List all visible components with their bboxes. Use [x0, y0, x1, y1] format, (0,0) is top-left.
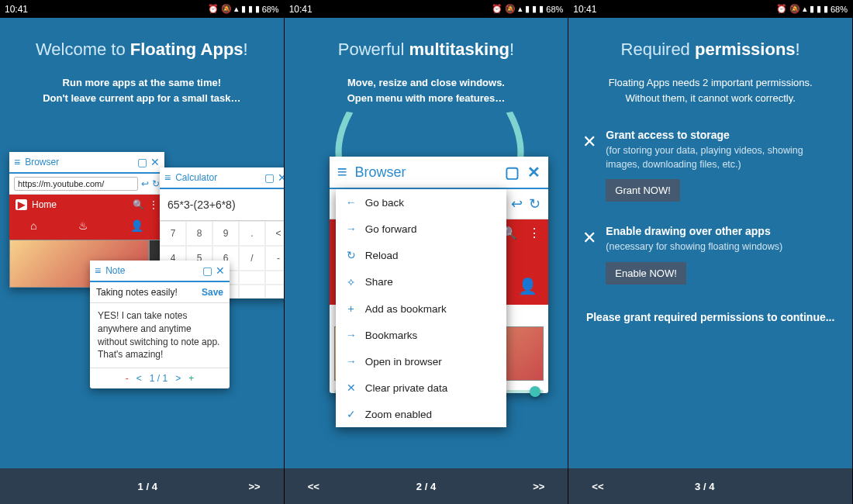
- next-note-button[interactable]: >: [175, 373, 181, 384]
- prev-note-button[interactable]: <: [136, 373, 142, 384]
- calc-key[interactable]: -: [265, 246, 284, 271]
- browser-titlebar[interactable]: ≡ Browser ▢✕: [330, 157, 548, 189]
- minimize-icon[interactable]: ▢: [505, 163, 520, 181]
- calc-key[interactable]: 9: [212, 221, 239, 246]
- account-icon[interactable]: 👤: [518, 277, 537, 305]
- subtext-line2: Open menu with more features…: [347, 91, 506, 106]
- calc-key[interactable]: [239, 285, 265, 299]
- status-bar: 10:41 ⏰🔕▴▮▮▮68%: [568, 0, 852, 18]
- calc-key[interactable]: [265, 271, 284, 285]
- prev-button[interactable]: <<: [592, 481, 603, 492]
- browser-context-menu: ←Go back →Go forward ↻Reload ⟡Share +Add…: [336, 189, 506, 427]
- close-icon: ✕: [345, 381, 357, 394]
- save-button[interactable]: Save: [202, 287, 223, 298]
- youtube-home-label: Home: [32, 199, 57, 210]
- permission-storage: ✕ Grant access to storage (for storing y…: [582, 129, 838, 202]
- battery-icon: ▮: [255, 4, 260, 14]
- browser-titlebar[interactable]: ≡ Browser ▢ ✕: [9, 152, 164, 174]
- battery-icon: ▮: [539, 4, 544, 14]
- menu-label: Clear private data: [365, 382, 448, 394]
- status-icons: ⏰ 🔕 ▴ ▮ ▮ ▮ 68%: [208, 4, 279, 14]
- back-icon[interactable]: ↩: [141, 178, 149, 189]
- more-icon[interactable]: ⋮: [149, 199, 158, 210]
- grant-storage-button[interactable]: Grant NOW!: [606, 179, 680, 202]
- alarm-icon: ⏰: [492, 4, 502, 14]
- back-icon[interactable]: ↩: [511, 195, 523, 212]
- prev-button[interactable]: <<: [308, 481, 319, 492]
- menu-icon[interactable]: ≡: [164, 171, 171, 184]
- perm-overlay-title: Enable drawing over other apps: [606, 225, 838, 237]
- trending-icon[interactable]: ♨: [78, 219, 88, 232]
- calc-key[interactable]: <: [265, 221, 284, 246]
- status-bar: 10:41 ⏰🔕▴▮▮▮68%: [285, 0, 568, 18]
- external-icon: →: [345, 355, 357, 368]
- signal2-icon: ▮: [532, 4, 537, 14]
- menu-add-bookmark[interactable]: +Add as bookmark: [336, 295, 506, 322]
- heading-bold: multitasking: [409, 40, 509, 59]
- continue-message: Please grant required permissions to con…: [586, 311, 835, 323]
- dnd-icon: 🔕: [505, 4, 516, 14]
- menu-icon[interactable]: ≡: [95, 264, 101, 277]
- reload-icon: ↻: [345, 249, 357, 261]
- calc-key[interactable]: .: [239, 221, 265, 246]
- close-icon[interactable]: ✕: [278, 171, 284, 184]
- panel2-footer: << 2 / 4 >>: [285, 468, 568, 504]
- page-indicator: 3 / 4: [604, 481, 806, 492]
- calc-key[interactable]: [265, 285, 284, 299]
- menu-icon[interactable]: ≡: [337, 162, 347, 182]
- calc-key[interactable]: [239, 271, 265, 285]
- heading-bold: Floating Apps: [130, 40, 243, 59]
- signal-icon: ▮: [810, 4, 814, 14]
- url-input[interactable]: https://m.youtube.com/: [14, 177, 138, 191]
- alarm-icon: ⏰: [776, 4, 787, 14]
- reload-icon[interactable]: ↻: [529, 195, 540, 212]
- note-titlebar[interactable]: ≡ Note ▢✕: [90, 261, 230, 282]
- search-icon[interactable]: 🔍: [133, 199, 144, 210]
- note-subject[interactable]: Taking notes easily!: [96, 287, 178, 298]
- close-icon[interactable]: ✕: [527, 163, 540, 181]
- next-button[interactable]: >>: [248, 481, 260, 492]
- menu-open-browser[interactable]: →Open in browser: [336, 348, 506, 375]
- slider-thumb[interactable]: [530, 386, 540, 397]
- enable-overlay-button[interactable]: Enable NOW!: [606, 262, 686, 285]
- menu-share[interactable]: ⟡Share: [336, 268, 506, 295]
- subtext-line1: Run more apps at the same time!: [43, 75, 240, 91]
- close-icon[interactable]: ✕: [216, 264, 225, 277]
- menu-clear-data[interactable]: ✕Clear private data: [336, 375, 506, 401]
- menu-go-back[interactable]: ←Go back: [336, 189, 506, 216]
- add-note-button[interactable]: +: [188, 373, 194, 384]
- menu-go-forward[interactable]: →Go forward: [336, 216, 506, 242]
- menu-icon[interactable]: ≡: [14, 156, 20, 168]
- home-icon[interactable]: ⌂: [30, 219, 36, 232]
- note-body[interactable]: YES! I can take notes anywhere and anyti…: [90, 303, 230, 368]
- calc-titlebar[interactable]: ≡ Calculator ▢✕: [160, 167, 284, 189]
- delete-note-button[interactable]: -: [126, 373, 129, 384]
- heading-post: !: [243, 40, 248, 59]
- calc-key[interactable]: 7: [160, 221, 186, 246]
- signal-icon: ▮: [525, 4, 530, 14]
- minimize-icon[interactable]: ▢: [202, 264, 212, 277]
- close-icon[interactable]: ✕: [150, 156, 160, 168]
- menu-bookmarks[interactable]: →Bookmarks: [336, 322, 506, 348]
- panel3-footer: << 3 / 4: [568, 468, 852, 504]
- browser-urlbar: https://m.youtube.com/ ↩ ↻: [9, 174, 164, 195]
- note-page-indicator: 1 / 1: [150, 373, 167, 384]
- menu-reload[interactable]: ↻Reload: [336, 242, 506, 268]
- calc-key[interactable]: 8: [186, 221, 212, 246]
- reload-icon[interactable]: ↻: [152, 178, 160, 189]
- minimize-icon[interactable]: ▢: [137, 156, 147, 168]
- menu-zoom-enabled[interactable]: ✓Zoom enabled: [336, 401, 506, 427]
- dnd-icon: 🔕: [221, 4, 232, 14]
- menu-label: Go back: [365, 197, 404, 209]
- floating-note-window[interactable]: ≡ Note ▢✕ Taking notes easily! Save YES!…: [90, 261, 230, 388]
- calc-key[interactable]: /: [239, 246, 265, 271]
- panel3-subtext: Floating Apps needs 2 important permissi…: [609, 75, 813, 105]
- next-button[interactable]: >>: [533, 481, 544, 492]
- account-icon[interactable]: 👤: [130, 219, 143, 232]
- panel1-heading: Welcome to Floating Apps!: [36, 40, 248, 60]
- minimize-icon[interactable]: ▢: [264, 171, 275, 184]
- more-icon[interactable]: ⋮: [528, 226, 540, 240]
- battery-text: 68%: [546, 5, 563, 14]
- browser-title: Browser: [25, 157, 59, 167]
- subtext-line1: Floating Apps needs 2 important permissi…: [609, 75, 813, 91]
